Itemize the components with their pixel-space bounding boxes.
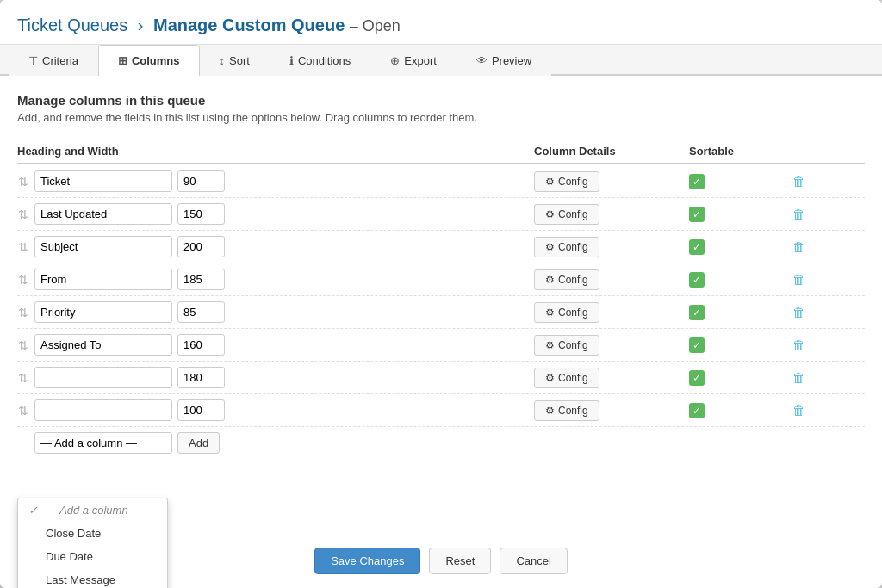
tab-export-label: Export	[404, 54, 437, 67]
column-width-input[interactable]	[177, 269, 225, 290]
drag-handle[interactable]: ⇅	[17, 306, 29, 319]
gear-icon: ⚙	[545, 241, 555, 253]
delete-icon[interactable]: 🗑	[792, 174, 805, 189]
column-width-input[interactable]	[177, 170, 225, 192]
sort-icon: ↕	[220, 54, 226, 67]
config-button[interactable]: ⚙ Config	[534, 302, 599, 323]
config-button[interactable]: ⚙ Config	[534, 204, 599, 225]
sortable-checkbox[interactable]: ✓	[689, 403, 705, 418]
tab-export[interactable]: ⊕ Export	[370, 45, 457, 76]
delete-icon[interactable]: 🗑	[792, 370, 805, 385]
cancel-button[interactable]: Cancel	[500, 548, 567, 574]
checkmark-placeholder: ✓	[28, 504, 40, 517]
add-column-row: ⇅ — Add a column — Add	[17, 427, 865, 459]
breadcrumb-parent[interactable]: Ticket Queues	[17, 15, 127, 34]
delete-icon[interactable]: 🗑	[792, 305, 805, 319]
sortable-checkbox[interactable]: ✓	[689, 239, 705, 255]
drag-handle[interactable]: ⇅	[17, 240, 29, 254]
dropdown-item-label: Due Date	[46, 550, 93, 563]
breadcrumb-arrow: ›	[138, 15, 144, 34]
table-row: ⇅ ⚙ Config ✓ 🗑	[17, 394, 865, 427]
config-button[interactable]: ⚙ Config	[534, 400, 599, 421]
config-button[interactable]: ⚙ Config	[534, 335, 599, 356]
breadcrumb-current: Manage Custom Queue	[153, 15, 345, 34]
tabs-bar: ⊤ Criteria ⊞ Columns ↕ Sort ℹ Conditions…	[0, 45, 882, 76]
list-item[interactable]: Last Message	[18, 568, 167, 588]
add-column-button[interactable]: Add	[177, 432, 220, 454]
column-name-input[interactable]	[34, 399, 172, 421]
title-bar: Ticket Queues › Manage Custom Queue – Op…	[0, 0, 882, 45]
table-row: ⇅ ⚙ Config ✓ 🗑	[17, 362, 865, 394]
add-column-dropdown[interactable]: — Add a column —	[34, 432, 172, 454]
delete-icon[interactable]: 🗑	[792, 207, 805, 221]
dropdown-header-label: — Add a column —	[46, 504, 142, 517]
criteria-icon: ⊤	[28, 54, 38, 67]
header-sortable: Sortable	[689, 145, 792, 158]
gear-icon: ⚙	[545, 274, 555, 286]
column-dropdown-menu: ✓ — Add a column — Close Date Due Date L…	[17, 498, 168, 588]
gear-icon: ⚙	[545, 372, 555, 384]
delete-icon[interactable]: 🗑	[792, 337, 805, 352]
drag-handle[interactable]: ⇅	[17, 273, 29, 287]
table-row: ⇅ ⚙ Config ✓ 🗑	[17, 296, 865, 329]
column-name-input[interactable]	[34, 269, 172, 290]
column-width-input[interactable]	[177, 236, 225, 257]
column-width-input[interactable]	[177, 203, 225, 225]
column-name-input[interactable]	[34, 301, 172, 323]
config-button[interactable]: ⚙ Config	[534, 368, 599, 388]
column-width-input[interactable]	[177, 399, 225, 421]
delete-icon[interactable]: 🗑	[792, 272, 805, 287]
section-title: Manage columns in this queue	[17, 93, 865, 108]
column-width-input[interactable]	[177, 301, 225, 323]
preview-icon: 👁	[476, 54, 488, 67]
config-button[interactable]: ⚙ Config	[534, 237, 599, 257]
tab-criteria[interactable]: ⊤ Criteria	[9, 45, 98, 76]
header-heading-width: Heading and Width	[17, 145, 534, 158]
tab-columns-label: Columns	[132, 54, 180, 67]
config-button[interactable]: ⚙ Config	[534, 171, 599, 192]
content-area: Manage columns in this queue Add, and re…	[0, 76, 882, 534]
table-row: ⇅ ⚙ Config ✓ 🗑	[17, 165, 865, 198]
sortable-checkbox[interactable]: ✓	[689, 305, 705, 320]
gear-icon: ⚙	[545, 176, 555, 188]
list-item[interactable]: Due Date	[18, 545, 167, 568]
sortable-checkbox[interactable]: ✓	[689, 174, 705, 189]
sortable-checkbox[interactable]: ✓	[689, 337, 705, 353]
columns-icon: ⊞	[118, 54, 127, 67]
list-item[interactable]: Close Date	[18, 522, 167, 545]
gear-icon: ⚙	[545, 405, 555, 417]
sortable-checkbox[interactable]: ✓	[689, 272, 705, 288]
tab-criteria-label: Criteria	[42, 54, 78, 67]
reset-button[interactable]: Reset	[429, 548, 491, 574]
delete-icon[interactable]: 🗑	[792, 403, 805, 418]
column-width-input[interactable]	[177, 334, 225, 356]
column-name-input[interactable]	[34, 203, 172, 225]
sortable-checkbox[interactable]: ✓	[689, 370, 705, 386]
tab-columns[interactable]: ⊞ Columns	[98, 45, 200, 76]
tab-sort[interactable]: ↕ Sort	[200, 45, 270, 76]
column-name-input[interactable]	[34, 367, 172, 388]
drag-handle[interactable]: ⇅	[17, 404, 29, 418]
column-width-input[interactable]	[177, 367, 225, 388]
drag-handle[interactable]: ⇅	[17, 175, 29, 189]
gear-icon: ⚙	[545, 306, 555, 319]
export-icon: ⊕	[390, 54, 400, 67]
dropdown-item-label: Last Message	[46, 573, 115, 586]
tab-conditions[interactable]: ℹ Conditions	[270, 45, 370, 76]
delete-icon[interactable]: 🗑	[792, 239, 805, 254]
conditions-icon: ℹ	[289, 54, 294, 67]
save-changes-button[interactable]: Save Changes	[314, 548, 420, 574]
drag-handle[interactable]: ⇅	[17, 338, 29, 352]
tab-sort-label: Sort	[229, 54, 250, 67]
config-button[interactable]: ⚙ Config	[534, 269, 599, 290]
drag-handle[interactable]: ⇅	[17, 371, 29, 385]
tab-preview[interactable]: 👁 Preview	[457, 45, 551, 76]
column-name-input[interactable]	[34, 236, 172, 257]
dropdown-header: ✓ — Add a column —	[18, 498, 167, 522]
column-name-input[interactable]	[34, 334, 172, 356]
sortable-checkbox[interactable]: ✓	[689, 207, 705, 222]
drag-handle[interactable]: ⇅	[17, 207, 29, 221]
table-row: ⇅ ⚙ Config ✓ 🗑	[17, 263, 865, 296]
main-window: Ticket Queues › Manage Custom Queue – Op…	[0, 0, 882, 588]
column-name-input[interactable]	[34, 170, 172, 192]
